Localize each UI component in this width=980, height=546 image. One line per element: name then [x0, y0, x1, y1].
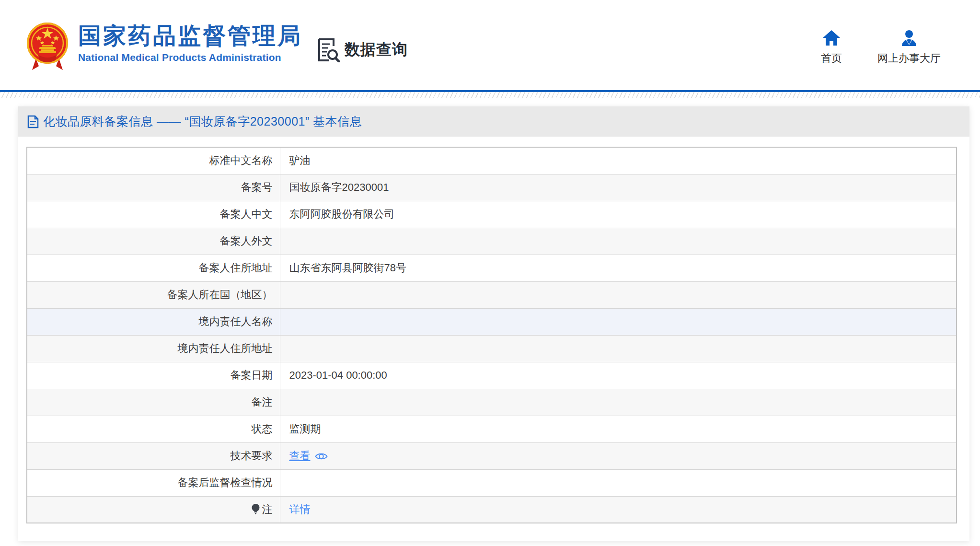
row-label-cell: 备案人所在国（地区） [27, 281, 280, 308]
data-query-label: 数据查询 [345, 39, 408, 60]
info-table-body: 标准中文名称驴油备案号国妆原备字20230001备案人中文东阿阿胶股份有限公司备… [27, 147, 957, 523]
row-value-cell: 监测期 [280, 416, 957, 442]
table-row: 备注 [27, 389, 957, 416]
row-label-text: 境内责任人住所地址 [178, 342, 273, 354]
panel-title: 化妆品原料备案信息 —— “国妆原备字20230001” 基本信息 [43, 114, 362, 129]
row-label-text: 备案人所在国（地区） [167, 289, 273, 301]
note-details-link[interactable]: 详情 [289, 503, 311, 515]
row-value-text: 山东省东阿县阿胶街78号 [289, 262, 406, 274]
row-label-text: 备注 [252, 396, 273, 408]
nav-hall-label: 网上办事大厅 [877, 51, 941, 66]
top-nav: 首页 网上办事大厅 [821, 30, 941, 66]
row-value-cell [280, 228, 957, 255]
row-label-text: 注 [262, 503, 273, 515]
row-label-text: 标准中文名称 [209, 154, 273, 166]
nav-item-home[interactable]: 首页 [821, 30, 842, 66]
row-value-cell: 东阿阿胶股份有限公司 [280, 201, 957, 228]
registration-info-table: 标准中文名称驴油备案号国妆原备字20230001备案人中文东阿阿胶股份有限公司备… [26, 147, 957, 523]
table-row: 境内责任人名称 [27, 308, 957, 335]
row-label-text: 备案号 [241, 181, 273, 193]
panel-title-bar: 化妆品原料备案信息 —— “国妆原备字20230001” 基本信息 [18, 106, 969, 137]
eye-icon[interactable] [315, 452, 328, 461]
row-value-cell: 查看 [280, 442, 957, 469]
row-label-text: 技术要求 [231, 450, 273, 462]
page-header: 国家药品监督管理局 National Medical Products Admi… [0, 0, 980, 90]
table-row: 状态监测期 [27, 416, 957, 442]
row-label-text: 备案人住所地址 [199, 262, 273, 274]
row-label-cell: 备案人中文 [27, 201, 280, 228]
row-value-cell: 山东省东阿县阿胶街78号 [280, 255, 957, 281]
row-value-cell [280, 335, 957, 362]
table-row: 备案日期2023-01-04 00:00:00 [27, 362, 957, 389]
info-table-wrap: 标准中文名称驴油备案号国妆原备字20230001备案人中文东阿阿胶股份有限公司备… [26, 147, 957, 523]
site-title-english: National Medical Products Administration [78, 52, 302, 63]
table-row: 标准中文名称驴油 [27, 147, 957, 174]
table-row: 备案人住所地址山东省东阿县阿胶街78号 [27, 255, 957, 281]
table-row: 境内责任人住所地址 [27, 335, 957, 362]
table-row: 备案人所在国（地区） [27, 281, 957, 308]
table-row: 技术要求查看 [27, 442, 957, 469]
row-label-cell: 状态 [27, 416, 280, 442]
row-label-cell: 备案后监督检查情况 [27, 469, 280, 496]
row-label-cell: 境内责任人名称 [27, 308, 280, 335]
table-row: 备案后监督检查情况 [27, 469, 957, 496]
row-label-cell: 备案人住所地址 [27, 255, 280, 281]
data-query-section[interactable]: 数据查询 [315, 37, 408, 62]
row-value-cell: 驴油 [280, 147, 957, 174]
brand-block: 国家药品监督管理局 National Medical Products Admi… [78, 24, 302, 63]
home-icon [822, 30, 841, 46]
row-value-cell: 详情 [280, 496, 957, 523]
table-row: 注详情 [27, 496, 957, 523]
row-value-cell: 国妆原备字20230001 [280, 174, 957, 201]
site-title-chinese: 国家药品监督管理局 [78, 24, 302, 48]
row-value-cell: 2023-01-04 00:00:00 [280, 362, 957, 389]
nmpa-emblem-logo [26, 21, 69, 72]
nav-home-label: 首页 [821, 51, 842, 66]
nav-item-service-hall[interactable]: 网上办事大厅 [877, 30, 941, 66]
row-label-text: 备案后监督检查情况 [178, 476, 273, 488]
row-value-text: 驴油 [289, 154, 311, 166]
user-icon [900, 30, 918, 46]
table-row: 备案号国妆原备字20230001 [27, 174, 957, 201]
page-icon [27, 115, 39, 128]
row-label-cell: 注 [27, 496, 280, 523]
row-label-text: 备案人中文 [220, 208, 273, 220]
row-value-text: 东阿阿胶股份有限公司 [289, 208, 395, 220]
row-label-cell: 备案人外文 [27, 228, 280, 255]
row-label-text: 状态 [252, 423, 273, 435]
row-label-cell: 境内责任人住所地址 [27, 335, 280, 362]
table-row: 备案人外文 [27, 228, 957, 255]
row-value-text: 监测期 [289, 423, 321, 435]
row-value-cell [280, 281, 957, 308]
hatched-strip [0, 92, 980, 98]
row-label-cell: 备案日期 [27, 362, 280, 389]
row-label-text: 备案人外文 [220, 235, 273, 247]
row-label-text: 备案日期 [231, 369, 273, 381]
row-value-text: 2023-01-04 00:00:00 [289, 369, 387, 381]
row-label-text: 境内责任人名称 [199, 315, 273, 327]
row-label-cell: 标准中文名称 [27, 147, 280, 174]
content-panel: 化妆品原料备案信息 —— “国妆原备字20230001” 基本信息 标准中文名称… [18, 106, 969, 541]
document-search-icon [315, 37, 340, 62]
row-label-cell: 备注 [27, 389, 280, 416]
view-tech-requirements-link[interactable]: 查看 [289, 450, 311, 462]
row-value-text: 国妆原备字20230001 [289, 181, 389, 193]
row-value-cell [280, 389, 957, 416]
table-row: 备案人中文东阿阿胶股份有限公司 [27, 201, 957, 228]
row-value-cell [280, 308, 957, 335]
row-label-cell: 备案号 [27, 174, 280, 201]
row-value-cell [280, 469, 957, 496]
row-label-cell: 技术要求 [27, 442, 280, 469]
bulb-icon [251, 503, 260, 515]
